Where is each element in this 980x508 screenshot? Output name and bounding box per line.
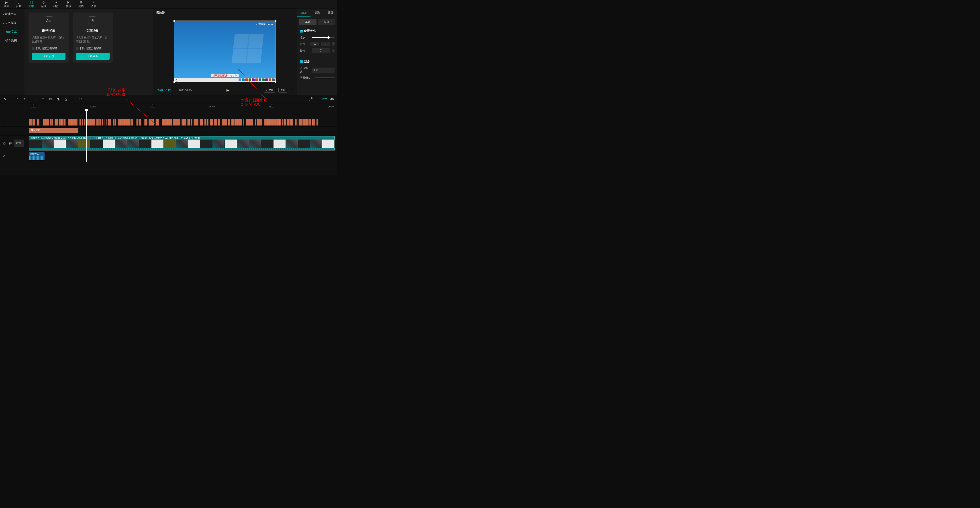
magnet-button[interactable]: ⊲⊳: [329, 96, 335, 102]
position-x-label: X: [310, 42, 320, 46]
left-sidebar: 新建文本 文字模板 智能字幕 识别歌词: [0, 8, 24, 95]
tab-transition[interactable]: ⋈转场: [62, 0, 75, 8]
tab-picture[interactable]: 画面: [297, 8, 310, 17]
card-desc: 输入音视频对应的文稿，自动匹配画面。: [76, 35, 110, 43]
tab-effects[interactable]: ✶特效: [50, 0, 62, 8]
audio-track-icon[interactable]: Ø: [2, 155, 6, 158]
taskbar: re to search: [174, 78, 275, 82]
checkbox-clear-subs[interactable]: 同时清空已有字幕: [32, 46, 65, 50]
start-recognize-button[interactable]: 开始识别: [32, 53, 65, 60]
media-icon: ▶: [0, 0, 13, 5]
tab-media[interactable]: ▶媒体: [0, 0, 13, 8]
sidebar-item-new-text[interactable]: 新建文本: [2, 10, 23, 18]
sidebar-item-smart-subtitle[interactable]: 智能字幕: [2, 28, 23, 36]
audio-track[interactable]: Ø 彩虹猫喵: [0, 151, 337, 162]
timeline-panel: ↖ ↶ ↷ ‖ ◻ ◻ ◑ △ ⟲ ✂ 🎤 ⊹ ⊏⊐ ⊲⊳ 00:0002:00…: [0, 95, 337, 175]
check-icon[interactable]: ✓: [300, 60, 303, 63]
watermark-text: 我是阿众 bilibili: [256, 22, 273, 26]
transcript-match-icon: ⏱: [88, 16, 97, 26]
position-spinner[interactable]: ▴▾: [332, 42, 334, 46]
cover-button[interactable]: 封面: [14, 139, 24, 147]
video-frame[interactable]: 我是阿众 bilibili 对于那些还没有把 a 制 re to search: [174, 21, 276, 82]
cards-area: A≡ 识别字幕 识别音视频中的人声，自动生成字幕。 同时清空已有字幕 开始识别 …: [24, 8, 153, 95]
start-match-button[interactable]: 开始匹配: [76, 53, 110, 60]
fullscreen-button[interactable]: ⛶: [290, 88, 293, 92]
rotation-value[interactable]: 0°: [312, 48, 330, 53]
tab-sticker[interactable]: ☺贴纸: [37, 0, 50, 8]
subtab-basic[interactable]: 基础: [299, 19, 317, 25]
text-track-icon: TI: [2, 121, 6, 124]
checkbox-clear-subs[interactable]: 同时清空已有字幕: [76, 46, 110, 50]
sticker-icon: ☺: [37, 0, 50, 5]
adjust-icon: ≡: [87, 0, 100, 5]
delete-right-tool[interactable]: ◻: [48, 96, 54, 102]
tab-audio[interactable]: ♪音频: [13, 0, 25, 8]
mute-track-icon[interactable]: 🔊: [8, 142, 12, 145]
subtitle-clips[interactable]: [29, 119, 337, 126]
reverse-tool[interactable]: ⟲: [70, 96, 76, 102]
player-title: 播放器: [153, 8, 297, 17]
section-title: 混合: [304, 59, 310, 64]
playhead[interactable]: [86, 109, 87, 162]
audio-icon: ♪: [13, 0, 25, 5]
video-track-icon[interactable]: ▢: [2, 142, 6, 145]
sidebar-item-lyrics[interactable]: 识别歌词: [2, 37, 23, 45]
subtitle-track[interactable]: TI: [0, 118, 337, 126]
scale-slider[interactable]: [312, 37, 334, 38]
freeze-tool[interactable]: △: [63, 96, 68, 102]
undo-button[interactable]: ↶: [14, 96, 19, 102]
card-desc: 识别音视频中的人声，自动生成字幕。: [32, 35, 65, 43]
inspector-panel: 画面 音频 变速 基础 抠像 ✓位置大小 缩放 位置X0▴▾ 旋转0°▴▾ ✓混…: [297, 8, 337, 95]
card-title: 文稿匹配: [76, 29, 110, 33]
sidebar-item-text-template[interactable]: 文字模板: [2, 19, 23, 27]
cursor-tool[interactable]: ↖: [2, 96, 8, 102]
video-waveform: [29, 148, 334, 150]
player-panel: 播放器 我是阿众 bilibili 对于那些还没有把 a 制 re to sea…: [153, 8, 297, 95]
mic-button[interactable]: 🎤: [308, 96, 313, 102]
tab-audio-prop[interactable]: 音频: [310, 8, 324, 17]
current-time: 00:01:56:12: [157, 89, 170, 92]
video-thumbnails: [29, 139, 334, 148]
resize-handle[interactable]: [275, 20, 277, 22]
tab-adjust[interactable]: ≡调节: [87, 0, 100, 8]
section-blend: ✓混合 混合模式正常 不透明度: [297, 57, 337, 84]
check-icon[interactable]: ✓: [300, 30, 303, 32]
preview-axis-button[interactable]: ⊏⊐: [322, 96, 328, 102]
speed-tool[interactable]: ◑: [55, 96, 61, 102]
resize-handle[interactable]: [275, 81, 277, 83]
tab-speed[interactable]: 变速: [324, 8, 337, 17]
delete-left-tool[interactable]: ◻: [40, 96, 46, 102]
opacity-slider[interactable]: [315, 78, 334, 78]
opacity-label: 不透明度: [300, 76, 313, 80]
subtitle-text: 对于那些还没有把 a 制: [211, 74, 239, 77]
player-controls: 00:01:56:12 | 00:08:51:15 ▶ 示波器 原始 ⛶: [153, 86, 297, 95]
play-button[interactable]: ▶: [226, 88, 229, 92]
original-button[interactable]: 原始: [278, 88, 287, 93]
tab-filter[interactable]: ◎滤镜: [75, 0, 87, 8]
crop-tool[interactable]: ✂: [78, 96, 84, 102]
text-track[interactable]: TI 默认文本: [0, 126, 337, 136]
scope-button[interactable]: 示波器: [264, 88, 275, 93]
subtab-matting[interactable]: 抠像: [318, 19, 336, 25]
section-position-size: ✓位置大小 缩放 位置X0▴▾ 旋转0°▴▾: [297, 27, 337, 57]
resize-handle[interactable]: [173, 81, 175, 83]
rotation-label: 旋转: [300, 49, 310, 53]
card-recognize-subtitle: A≡ 识别字幕 识别音视频中的人声，自动生成字幕。 同时清空已有字幕 开始识别: [29, 13, 68, 63]
left-panel: 新建文本 文字模板 智能字幕 识别歌词 A≡ 识别字幕 识别音视频中的人声，自动…: [0, 8, 153, 95]
position-x-value[interactable]: 0: [321, 42, 330, 46]
tab-text[interactable]: TI文本: [25, 0, 37, 8]
resize-handle[interactable]: [173, 20, 175, 22]
split-tool[interactable]: ‖: [32, 96, 38, 102]
blend-mode-select[interactable]: 正常: [312, 67, 334, 73]
player-stage[interactable]: 我是阿众 bilibili 对于那些还没有把 a 制 re to search: [153, 17, 297, 86]
rotation-spinner[interactable]: ▴▾: [332, 49, 334, 53]
timeline-ruler[interactable]: 00:0002:0004:0006:0008:0010:00: [0, 104, 337, 109]
redo-button[interactable]: ↷: [21, 96, 27, 102]
video-clip[interactable]: 我惊了！Edge浏览器竟然还能这样用？！很多人都不知道…… - 1.耗时1个月！…: [29, 136, 335, 150]
video-track[interactable]: ▢ 🔊 封面 我惊了！Edge浏览器竟然还能这样用？！很多人都不知道…… - 1…: [0, 136, 337, 151]
timeline-toolbar: ↖ ↶ ↷ ‖ ◻ ◻ ◑ △ ⟲ ✂ 🎤 ⊹ ⊏⊐ ⊲⊳: [0, 95, 337, 104]
auto-snap-button[interactable]: ⊹: [315, 96, 321, 102]
audio-clip[interactable]: 彩虹猫喵: [29, 152, 45, 160]
text-clip[interactable]: 默认文本: [29, 128, 78, 133]
video-content: 我是阿众 bilibili 对于那些还没有把 a 制 re to search: [174, 21, 275, 82]
